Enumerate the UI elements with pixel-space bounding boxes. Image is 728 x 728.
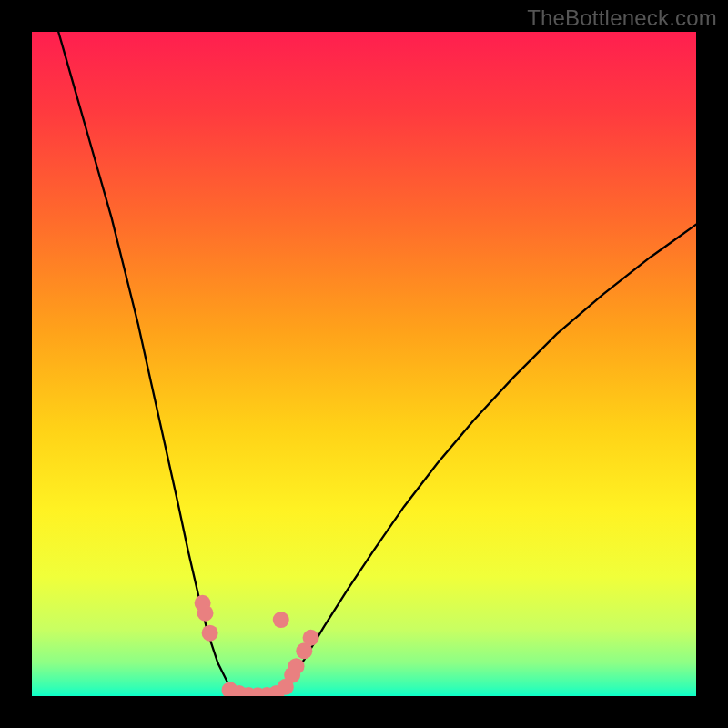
data-point: [288, 658, 305, 674]
data-point: [202, 625, 218, 642]
chart-frame: TheBottleneck.com: [0, 0, 728, 728]
data-point: [303, 630, 319, 646]
curve-layer: [32, 32, 696, 696]
bottleneck-curve: [58, 32, 696, 696]
data-point: [197, 605, 214, 622]
watermark-text: TheBottleneck.com: [527, 5, 717, 31]
plot-area: [32, 32, 696, 696]
data-point: [273, 612, 289, 628]
